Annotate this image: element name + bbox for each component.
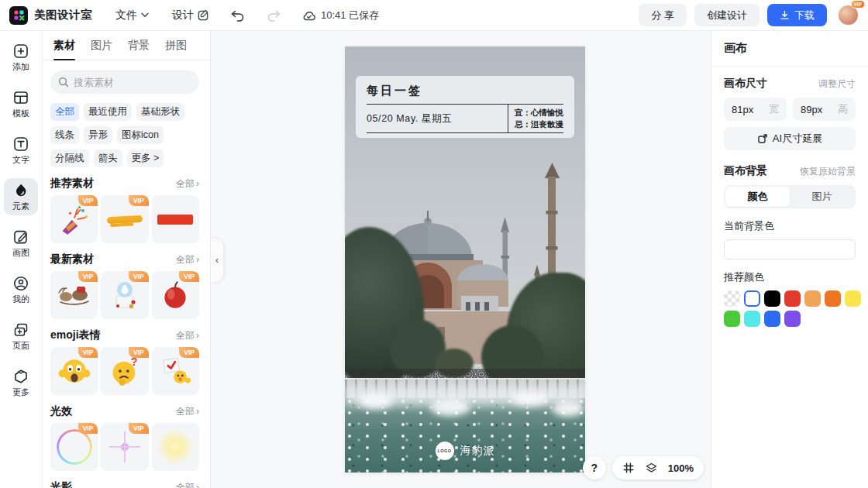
- swatch-orange[interactable]: [825, 290, 841, 307]
- vip-badge: VIP: [78, 423, 98, 434]
- swatch-yellow[interactable]: [845, 290, 861, 307]
- canvas-height-input[interactable]: 89px 高: [793, 98, 856, 121]
- rail-item-draw[interactable]: 画图: [4, 225, 38, 262]
- canvas-photo-spray-plume: [359, 393, 393, 409]
- menu-design[interactable]: 设计: [172, 9, 209, 22]
- sleigh-art: [56, 280, 93, 311]
- thumbnail-check-sign-emoji[interactable]: VIP: [152, 347, 199, 395]
- layers-button[interactable]: [645, 462, 658, 474]
- thumbnail-snow-globe-gift[interactable]: VIP: [101, 271, 148, 319]
- thumbnail-red-rectangle[interactable]: [152, 195, 199, 243]
- thumbnail-santa-reindeer-sleigh[interactable]: VIP: [50, 271, 98, 319]
- chevron-left-icon: ‹: [215, 255, 219, 266]
- swatch-cyan[interactable]: [744, 311, 760, 327]
- swatch-blue[interactable]: [764, 311, 780, 327]
- help-button[interactable]: ?: [583, 456, 606, 479]
- restore-background-link[interactable]: 恢复原始背景: [800, 165, 856, 178]
- tab-collage[interactable]: 拼图: [165, 39, 187, 53]
- height-value: 89px: [801, 104, 822, 115]
- rail-item-more[interactable]: 更多: [4, 364, 38, 401]
- thumbnail-thinking-emoji[interactable]: ? VIP: [101, 347, 148, 395]
- swatch-white[interactable]: [744, 290, 760, 307]
- create-design-button[interactable]: 创建设计: [694, 4, 760, 26]
- see-all-link[interactable]: 全部›: [176, 329, 199, 342]
- segment-image[interactable]: 图片: [790, 187, 854, 207]
- thumbnail-yellow-brush-stroke[interactable]: VIP: [101, 195, 148, 243]
- tab-backgrounds[interactable]: 背景: [128, 39, 150, 53]
- rail-item-add[interactable]: 添加: [4, 39, 38, 76]
- thumbnail-iridescent-bubble[interactable]: VIP: [50, 423, 98, 471]
- rail-item-text[interactable]: 文字: [4, 132, 38, 169]
- section-title: 光影: [50, 480, 72, 488]
- filter-chips: 全部 最近使用 基础形状 线条 异形 图标icon 分隔线 箭头 更多 >: [50, 103, 199, 167]
- user-icon: [12, 275, 29, 292]
- chip-special-shapes[interactable]: 异形: [84, 126, 112, 144]
- search-icon: [58, 77, 69, 88]
- grid-toggle-button[interactable]: [622, 462, 635, 474]
- swatch-light-orange[interactable]: [804, 290, 821, 307]
- thumbnail-shocked-emoji[interactable]: VIP: [50, 347, 98, 395]
- current-bg-color-input[interactable]: [724, 239, 856, 259]
- search-input[interactable]: [74, 77, 182, 88]
- chip-icons[interactable]: 图标icon: [117, 126, 164, 144]
- vip-badge: VIP: [129, 347, 149, 358]
- chip-all[interactable]: 全部: [50, 103, 79, 121]
- pages-icon: [12, 321, 29, 339]
- chip-more[interactable]: 更多 >: [127, 149, 164, 167]
- panel-collapse-handle[interactable]: ‹: [211, 238, 224, 283]
- swatch-black[interactable]: [764, 290, 780, 307]
- thumbnail-soft-glow[interactable]: [152, 423, 199, 471]
- search-box[interactable]: [50, 70, 199, 94]
- zoom-level[interactable]: 100%: [668, 462, 694, 474]
- share-button[interactable]: 分 享: [639, 4, 687, 26]
- rail-item-mine[interactable]: 我的: [4, 271, 38, 308]
- glow-art: [156, 428, 195, 466]
- user-avatar[interactable]: VIP: [838, 5, 859, 26]
- section-newest: 最新素材 全部› VIP: [50, 253, 199, 319]
- tab-materials[interactable]: 素材: [53, 39, 75, 53]
- chip-lines[interactable]: 线条: [50, 126, 79, 144]
- undo-button[interactable]: [229, 9, 246, 22]
- chevron-down-icon: [141, 12, 149, 18]
- segment-color[interactable]: 颜色: [725, 187, 790, 207]
- workspace[interactable]: 每日一签 05/20 May. 星期五 宜：心情愉悦 忌：沮丧散漫 LOGO 海…: [211, 31, 711, 488]
- vip-badge: VIP: [78, 347, 98, 358]
- tab-images[interactable]: 图片: [91, 39, 112, 53]
- see-all-link[interactable]: 全部›: [176, 481, 199, 488]
- section-title: 光效: [50, 404, 72, 418]
- swatch-red[interactable]: [784, 290, 801, 307]
- chip-dividers[interactable]: 分隔线: [50, 149, 89, 167]
- section-light-effects: 光效 全部› VIP VIP: [50, 404, 199, 471]
- design-canvas[interactable]: 每日一签 05/20 May. 星期五 宜：心情愉悦 忌：沮丧散漫 LOGO 海…: [345, 46, 585, 473]
- see-all-link[interactable]: 全部›: [176, 177, 199, 191]
- swatch-green[interactable]: [724, 311, 740, 327]
- menu-file[interactable]: 文件: [115, 9, 149, 22]
- vip-badge: VIP: [129, 271, 149, 282]
- thumbnail-red-apple[interactable]: VIP: [152, 271, 199, 319]
- adjust-size-link[interactable]: 调整尺寸: [818, 77, 856, 91]
- download-button[interactable]: 下载: [767, 4, 827, 26]
- daily-sign-card[interactable]: 每日一签 05/20 May. 星期五 宜：心情愉悦 忌：沮丧散漫: [356, 76, 574, 138]
- thumbnail-sparkle-flare[interactable]: VIP: [101, 423, 148, 471]
- chip-basic-shapes[interactable]: 基础形状: [136, 103, 184, 121]
- rail-item-pages[interactable]: 页面: [4, 318, 38, 355]
- rail-item-elements[interactable]: 元素: [4, 178, 38, 215]
- thumbnail-confetti-popper[interactable]: VIP: [50, 195, 98, 243]
- height-unit: 高: [838, 102, 848, 116]
- inspector-title: 画布: [724, 41, 856, 56]
- see-all-link[interactable]: 全部›: [176, 405, 199, 418]
- swatch-purple[interactable]: [784, 311, 801, 327]
- grid-icon: [622, 462, 635, 474]
- see-all-link[interactable]: 全部›: [176, 253, 199, 266]
- canvas-width-input[interactable]: 81px 宽: [724, 98, 787, 121]
- chip-recent[interactable]: 最近使用: [84, 103, 132, 121]
- swatch-transparent[interactable]: [724, 290, 740, 307]
- canvas-background-label: 画布背景: [724, 164, 767, 178]
- ai-expand-button[interactable]: AI尺寸延展: [724, 127, 856, 150]
- chip-arrows[interactable]: 箭头: [94, 149, 122, 167]
- avatar-vip-badge: VIP: [851, 0, 865, 9]
- draw-icon: [12, 229, 29, 246]
- redo-button[interactable]: [266, 9, 282, 22]
- app-logo[interactable]: [9, 6, 28, 25]
- rail-item-templates[interactable]: 模板: [4, 85, 38, 122]
